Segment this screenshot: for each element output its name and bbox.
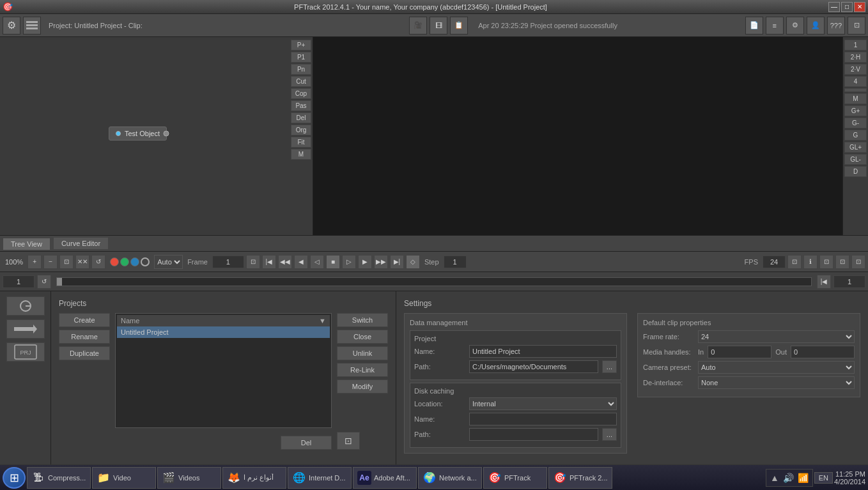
node-side-btn-pplus[interactable]: P+ xyxy=(291,40,311,50)
node-input-port[interactable] xyxy=(116,131,121,136)
zoom-in-button[interactable]: + xyxy=(27,255,42,269)
clip-button[interactable]: 📋 xyxy=(450,17,468,34)
node-side-btn-pn[interactable]: Pn xyxy=(291,64,311,75)
playback-extra1-button[interactable]: ⊡ xyxy=(819,255,833,269)
color-ring[interactable] xyxy=(141,257,150,266)
toolbar-settings-button[interactable]: ⚙ xyxy=(786,17,804,34)
node-side-btn-fit[interactable]: Fit xyxy=(291,137,311,148)
node-side-btn-pas[interactable]: Pas xyxy=(291,100,311,111)
playback-extra2-button[interactable]: ⊡ xyxy=(835,255,849,269)
toolbar-mode-button[interactable]: ⚙ xyxy=(3,17,20,34)
projects-list[interactable]: Name ▼ Untitled Project xyxy=(115,313,332,428)
right-num-btn-2·V[interactable]: 2·V xyxy=(844,64,867,75)
timeline-end-input[interactable] xyxy=(833,275,865,288)
right-num-btn-1[interactable]: 1 xyxy=(844,40,867,50)
toolbar-grid-button[interactable] xyxy=(23,17,41,34)
taskbar-app-network[interactable]: 🌍 Network a... xyxy=(418,467,482,489)
fps-input[interactable] xyxy=(763,256,786,268)
close-button[interactable]: ✕ xyxy=(854,2,865,12)
language-indicator[interactable]: EN xyxy=(814,472,833,484)
tray-expand-icon[interactable]: ▲ xyxy=(769,473,780,483)
go-end-button[interactable]: ▶| xyxy=(390,255,404,269)
del-button[interactable]: Del xyxy=(281,436,332,450)
step-input[interactable] xyxy=(444,256,467,268)
next-frame-button[interactable]: ▶ xyxy=(358,255,372,269)
frame-rate-select[interactable]: 242530 xyxy=(698,330,855,343)
taskbar-app-pftrack2[interactable]: 🎯 PFTrack 2... xyxy=(548,467,612,489)
right-num-btn-G[interactable]: G xyxy=(844,130,867,141)
toolbar-help-button[interactable]: ??? xyxy=(827,17,845,34)
node-side-btn-cop[interactable]: Cop xyxy=(291,88,311,99)
play-button[interactable]: ▷ xyxy=(342,255,356,269)
toolbar-notes-button[interactable]: 📄 xyxy=(745,17,763,34)
cache-path-browse-button[interactable]: ... xyxy=(602,428,617,441)
timeline-thumb[interactable] xyxy=(57,278,62,286)
switch-button[interactable]: Switch xyxy=(337,313,388,327)
out-value-input[interactable] xyxy=(791,346,855,358)
node-side-btn-del[interactable]: Del xyxy=(291,112,311,123)
playback-settings-button[interactable]: ⊡ xyxy=(787,255,802,269)
minimize-button[interactable]: — xyxy=(828,2,840,12)
next-frame-fast-button[interactable]: ▶▶ xyxy=(374,255,388,269)
right-num-btn-4[interactable]: 4 xyxy=(844,76,867,87)
maximize-button[interactable]: □ xyxy=(841,2,853,12)
node-side-btn-cut[interactable]: Cut xyxy=(291,76,311,87)
color-blue-dot[interactable] xyxy=(130,257,139,266)
modify-button[interactable]: Modify xyxy=(337,379,388,394)
location-select[interactable]: Internal External xyxy=(469,397,617,410)
reset-button[interactable]: ✕✕ xyxy=(75,255,89,269)
zoom-out-button[interactable]: − xyxy=(43,255,58,269)
camera-button[interactable]: 🎥 xyxy=(409,17,427,34)
sidebar-proj-button[interactable]: PRJ xyxy=(6,342,45,362)
sidebar-knob-button[interactable] xyxy=(6,296,45,316)
cache-path-input[interactable] xyxy=(469,428,598,441)
projects-icon-button[interactable]: ⊡ xyxy=(337,432,360,450)
go-start-button[interactable]: |◀ xyxy=(262,255,276,269)
camera-preset-select[interactable]: AutoCustom xyxy=(698,361,855,374)
toolbar-user-button[interactable]: 👤 xyxy=(807,17,825,34)
taskbar-app-pftrack1[interactable]: 🎯 PFTrack xyxy=(483,467,547,489)
play-back-button[interactable]: ◁ xyxy=(310,255,324,269)
right-num-btn-G+[interactable]: G+ xyxy=(844,105,867,116)
project-name-input[interactable] xyxy=(469,345,617,358)
clock[interactable]: 11:25 PM 4/20/2014 xyxy=(834,470,865,486)
timeline-end-button[interactable]: |◀ xyxy=(817,275,831,289)
taskbar-app-firefox[interactable]: 🦊 أنواع نرم ا xyxy=(222,467,286,489)
node-side-btn-p1[interactable]: P1 xyxy=(291,52,311,63)
stop-button[interactable]: ■ xyxy=(326,255,340,269)
taskbar-app-compress[interactable]: 🗜 Compress... xyxy=(27,467,91,489)
prev-frame-fast-button[interactable]: ◀◀ xyxy=(278,255,292,269)
taskbar-app-video[interactable]: 📁 Video xyxy=(92,467,156,489)
prev-frame-button[interactable]: ◀ xyxy=(294,255,308,269)
right-num-btn-M[interactable]: M xyxy=(844,93,867,104)
color-red-dot[interactable] xyxy=(110,257,119,266)
node-canvas[interactable]: Test Object xyxy=(0,37,313,235)
de-interlace-select[interactable]: NoneEvenOdd xyxy=(698,376,855,389)
project-item-untitled[interactable]: Untitled Project xyxy=(117,326,330,338)
relink-button[interactable]: Re-Link xyxy=(337,363,388,377)
test-object-node[interactable]: Test Object xyxy=(109,126,167,141)
playback-info-button[interactable]: ℹ xyxy=(803,255,818,269)
path-browse-button[interactable]: ... xyxy=(602,360,617,373)
tray-network-icon[interactable]: 📶 xyxy=(796,473,810,483)
node-side-btn-org[interactable]: Org xyxy=(291,125,311,135)
sidebar-arrow-button[interactable] xyxy=(6,319,45,339)
node-side-btn-m[interactable]: M xyxy=(291,149,311,160)
tray-volume-icon[interactable]: 🔊 xyxy=(782,473,795,483)
unlink-button[interactable]: Unlink xyxy=(337,346,388,360)
right-num-btn-GL+[interactable]: GL+ xyxy=(844,142,867,153)
right-num-btn-GL-[interactable]: GL- xyxy=(844,154,867,165)
taskbar-app-videos[interactable]: 🎬 Videos xyxy=(157,467,221,489)
right-num-btn-G-[interactable]: G- xyxy=(844,118,867,128)
project-path-input[interactable] xyxy=(469,360,598,373)
playback-extra3-button[interactable]: ⊡ xyxy=(851,255,865,269)
create-button[interactable]: Create xyxy=(59,313,110,327)
viewport[interactable] xyxy=(313,37,842,235)
color-green-dot[interactable] xyxy=(120,257,129,266)
cache-name-input[interactable] xyxy=(469,413,617,425)
fit-frame-button[interactable]: ⊡ xyxy=(59,255,74,269)
duplicate-button[interactable]: Duplicate xyxy=(59,346,110,360)
toolbar-text-button[interactable]: ≡ xyxy=(766,17,784,34)
film-button[interactable]: 🎞 xyxy=(430,17,447,34)
close-project-button[interactable]: Close xyxy=(337,330,388,344)
